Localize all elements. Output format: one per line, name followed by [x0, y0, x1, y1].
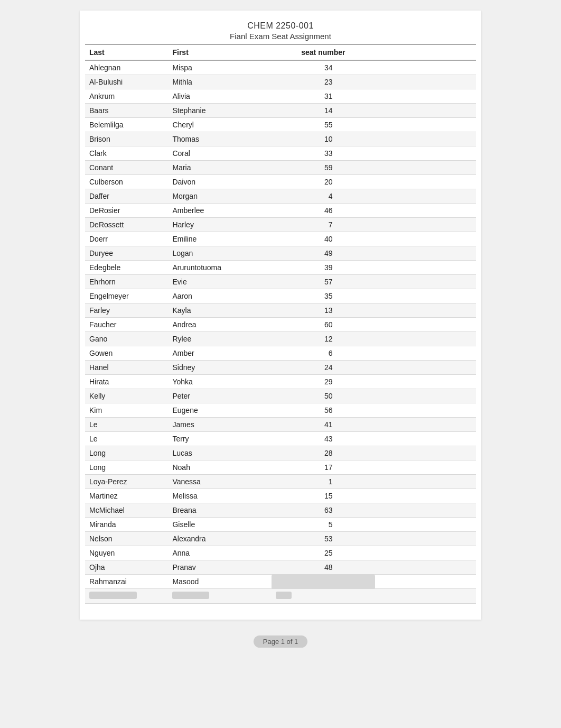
cell-first: Emiline: [168, 232, 272, 246]
cell-first: Maria: [168, 161, 272, 175]
cell-first: Daivon: [168, 175, 272, 189]
cell-seat: 5: [272, 518, 375, 532]
cell-first: Melissa: [168, 489, 272, 503]
cell-seat: 41: [272, 418, 375, 432]
cell-seat: 33: [272, 146, 375, 161]
cell-seat: 63: [272, 503, 375, 518]
table-row: FaucherAndrea60: [85, 318, 476, 332]
cell-first: Kayla: [168, 303, 272, 318]
cell-seat: 12: [272, 332, 375, 346]
table-row: BrisonThomas10: [85, 132, 476, 146]
seat-assignment-table: Last First seat number AhlegnanMispa34Al…: [85, 44, 476, 604]
cell-last: Kim: [85, 403, 168, 418]
cell-blurred: [168, 589, 272, 604]
cell-first: Eugene: [168, 403, 272, 418]
cell-last: Ahlegnan: [85, 60, 168, 75]
cell-last: Baars: [85, 104, 168, 118]
cell-seat: 1: [272, 475, 375, 489]
cell-extra: [375, 118, 476, 132]
table-row: BelemlilgaCheryl55: [85, 118, 476, 132]
cell-last: Daffer: [85, 189, 168, 204]
cell-first: James: [168, 418, 272, 432]
title-section: CHEM 2250-001 Fianl Exam Seat Assignment: [85, 21, 476, 41]
table-row: HanelSidney24: [85, 361, 476, 375]
table-row: MirandaGiselle5: [85, 518, 476, 532]
cell-blurred: [272, 589, 375, 604]
cell-seat: 56: [272, 403, 375, 418]
cell-first: Terry: [168, 432, 272, 446]
cell-last: Clark: [85, 146, 168, 161]
sub-title: Fianl Exam Seat Assignment: [85, 32, 476, 41]
main-title: CHEM 2250-001: [85, 21, 476, 31]
cell-extra: [375, 432, 476, 446]
cell-seat: 39: [272, 261, 375, 275]
cell-first: Anna: [168, 546, 272, 560]
cell-first: Amber: [168, 346, 272, 361]
cell-first: Noah: [168, 460, 272, 475]
cell-blurred: [85, 589, 168, 604]
cell-seat: 25: [272, 546, 375, 560]
cell-first: Rylee: [168, 332, 272, 346]
cell-seat: 13: [272, 303, 375, 318]
table-row: DoerrEmiline40: [85, 232, 476, 246]
cell-first: Vanessa: [168, 475, 272, 489]
table-row: ConantMaria59: [85, 161, 476, 175]
table-row: FarleyKayla13: [85, 303, 476, 318]
cell-first: Amberlee: [168, 204, 272, 218]
cell-last: Ojha: [85, 560, 168, 575]
cell-seat: [272, 575, 375, 589]
cell-extra: [375, 418, 476, 432]
table-row: Loya-PerezVanessa1: [85, 475, 476, 489]
cell-extra: [375, 460, 476, 475]
table-row: DuryeeLogan49: [85, 246, 476, 261]
cell-seat: 46: [272, 204, 375, 218]
cell-last: Gowen: [85, 346, 168, 361]
table-row: ClarkCoral33: [85, 146, 476, 161]
cell-last: Miranda: [85, 518, 168, 532]
table-row: DeRosierAmberlee46: [85, 204, 476, 218]
cell-extra: [375, 346, 476, 361]
cell-extra: [375, 575, 476, 589]
table-row: HirataYohka29: [85, 375, 476, 389]
cell-last: McMichael: [85, 503, 168, 518]
cell-seat: 48: [272, 560, 375, 575]
cell-last: Long: [85, 446, 168, 460]
cell-seat: 43: [272, 432, 375, 446]
cell-extra: [375, 261, 476, 275]
cell-first: Lucas: [168, 446, 272, 460]
cell-last: Martinez: [85, 489, 168, 503]
cell-extra: [375, 89, 476, 104]
table-row: NguyenAnna25: [85, 546, 476, 560]
cell-last: Hanel: [85, 361, 168, 375]
table-row: KimEugene56: [85, 403, 476, 418]
cell-extra: [375, 60, 476, 75]
cell-extra: [375, 389, 476, 403]
cell-seat: 15: [272, 489, 375, 503]
cell-extra: [375, 146, 476, 161]
cell-extra: [375, 289, 476, 303]
cell-last: Rahmanzai: [85, 575, 168, 589]
cell-first: Logan: [168, 246, 272, 261]
cell-extra: [375, 361, 476, 375]
cell-extra: [375, 475, 476, 489]
cell-seat: 28: [272, 446, 375, 460]
table-row: EdegbeleAruruntotuoma39: [85, 261, 476, 275]
table-row: GanoRylee12: [85, 332, 476, 346]
cell-seat: 60: [272, 318, 375, 332]
cell-extra: [375, 275, 476, 289]
cell-last: Doerr: [85, 232, 168, 246]
cell-extra: [375, 518, 476, 532]
cell-first: Thomas: [168, 132, 272, 146]
table-row: McMichaelBreana63: [85, 503, 476, 518]
cell-blurred: [375, 589, 476, 604]
table-row: RahmanzaiMasood: [85, 575, 476, 589]
cell-seat: 4: [272, 189, 375, 204]
cell-last: Brison: [85, 132, 168, 146]
cell-seat: 14: [272, 104, 375, 118]
cell-extra: [375, 232, 476, 246]
table-row: BaarsStephanie14: [85, 104, 476, 118]
table-row: LeTerry43: [85, 432, 476, 446]
cell-seat: 24: [272, 361, 375, 375]
bottom-bar: Page 1 of 1: [254, 635, 308, 648]
cell-extra: [375, 403, 476, 418]
